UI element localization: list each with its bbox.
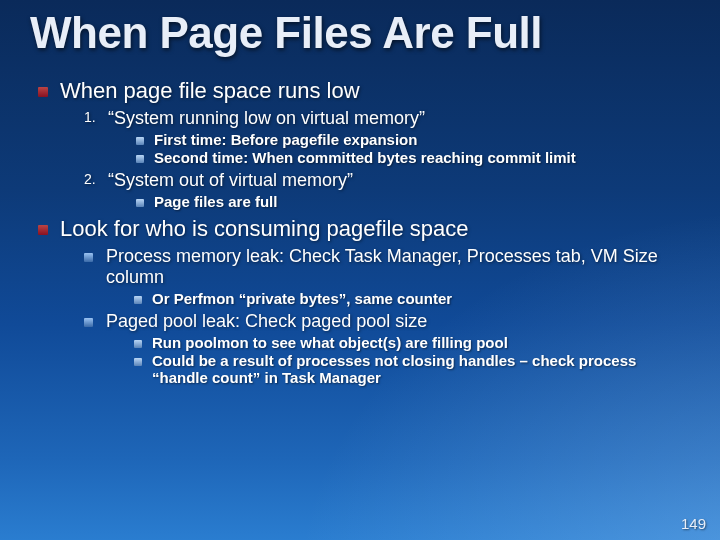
numbered-text: “System running low on virtual memory” (108, 108, 425, 128)
sub-sub-item: Run poolmon to see what object(s) are fi… (134, 334, 690, 351)
sub-sub-item: Or Perfmon “private bytes”, same counter (134, 290, 690, 307)
sub-item: Page files are full (136, 193, 690, 210)
bullet-list: When page file space runs low “System ru… (30, 78, 690, 386)
numbered-list: “System running low on virtual memory” F… (84, 108, 690, 210)
page-number: 149 (681, 515, 706, 532)
sub-text: Paged pool leak: Check paged pool size (106, 311, 427, 331)
bullet-text: When page file space runs low (60, 78, 360, 103)
sub-list: Page files are full (136, 193, 690, 210)
sub-sub-list: Or Perfmon “private bytes”, same counter (134, 290, 690, 307)
sub-item: Second time: When committed bytes reachi… (136, 149, 690, 166)
slide: When Page Files Are Full When page file … (0, 0, 720, 540)
bullet-text: Look for who is consuming pagefile space (60, 216, 468, 241)
numbered-item: “System out of virtual memory” Page file… (84, 170, 690, 210)
sub-list: Process memory leak: Check Task Manager,… (84, 246, 690, 386)
bullet-item: When page file space runs low “System ru… (38, 78, 690, 210)
sub-item: Process memory leak: Check Task Manager,… (84, 246, 690, 307)
numbered-item: “System running low on virtual memory” F… (84, 108, 690, 166)
sub-item: Paged pool leak: Check paged pool size R… (84, 311, 690, 386)
numbered-text: “System out of virtual memory” (108, 170, 353, 190)
slide-title: When Page Files Are Full (30, 8, 690, 58)
sub-item: First time: Before pagefile expansion (136, 131, 690, 148)
sub-sub-list: Run poolmon to see what object(s) are fi… (134, 334, 690, 386)
sub-text: Process memory leak: Check Task Manager,… (106, 246, 658, 287)
sub-list: First time: Before pagefile expansion Se… (136, 131, 690, 166)
bullet-item: Look for who is consuming pagefile space… (38, 216, 690, 386)
sub-sub-item: Could be a result of processes not closi… (134, 352, 690, 386)
